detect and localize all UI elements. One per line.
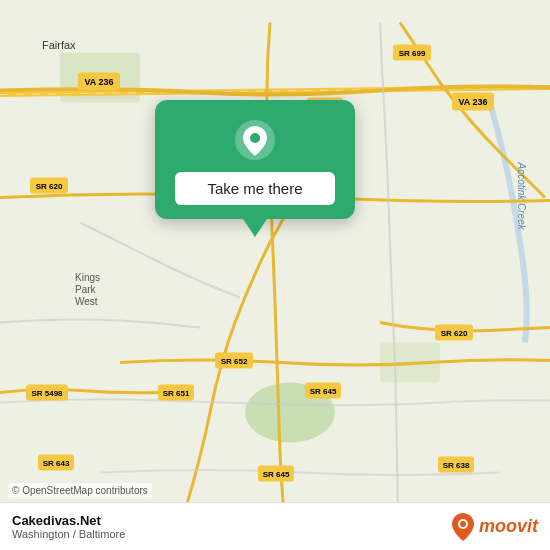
bottom-bar-info: Cakedivas.Net Washington / Baltimore bbox=[12, 513, 125, 540]
take-me-there-button[interactable]: Take me there bbox=[175, 172, 335, 205]
svg-text:VA 236: VA 236 bbox=[84, 77, 113, 87]
svg-text:SR 652: SR 652 bbox=[221, 357, 248, 366]
bottom-bar: Cakedivas.Net Washington / Baltimore moo… bbox=[0, 502, 550, 550]
svg-text:SR 645: SR 645 bbox=[263, 470, 290, 479]
svg-text:SR 699: SR 699 bbox=[399, 49, 426, 58]
svg-text:SR 620: SR 620 bbox=[36, 182, 63, 191]
svg-point-39 bbox=[460, 521, 466, 527]
svg-text:Accotink Creek: Accotink Creek bbox=[516, 162, 527, 231]
popup-card: Take me there bbox=[155, 100, 355, 219]
svg-text:SR 5498: SR 5498 bbox=[31, 389, 63, 398]
moovit-pin-icon bbox=[451, 513, 475, 541]
svg-text:SR 643: SR 643 bbox=[43, 459, 70, 468]
svg-text:Park: Park bbox=[75, 284, 97, 295]
svg-text:SR 651: SR 651 bbox=[163, 389, 190, 398]
svg-text:SR 645: SR 645 bbox=[310, 387, 337, 396]
location-subtitle: Washington / Baltimore bbox=[12, 528, 125, 540]
svg-text:Fairfax: Fairfax bbox=[42, 39, 76, 51]
moovit-logo: moovit bbox=[451, 513, 538, 541]
map-attribution: © OpenStreetMap contributors bbox=[8, 483, 152, 498]
moovit-brand-text: moovit bbox=[479, 516, 538, 537]
svg-text:West: West bbox=[75, 296, 98, 307]
location-title: Cakedivas.Net bbox=[12, 513, 125, 528]
map-container: VA 236 SR 699 SR 651 VA 236 SR 620 SR 65… bbox=[0, 0, 550, 550]
svg-point-37 bbox=[250, 133, 260, 143]
svg-text:VA 236: VA 236 bbox=[458, 97, 487, 107]
svg-text:SR 638: SR 638 bbox=[443, 461, 470, 470]
svg-text:Kings: Kings bbox=[75, 272, 100, 283]
road-layer: VA 236 SR 699 SR 651 VA 236 SR 620 SR 65… bbox=[0, 0, 550, 550]
location-pin-icon bbox=[233, 118, 277, 162]
svg-text:SR 620: SR 620 bbox=[441, 329, 468, 338]
